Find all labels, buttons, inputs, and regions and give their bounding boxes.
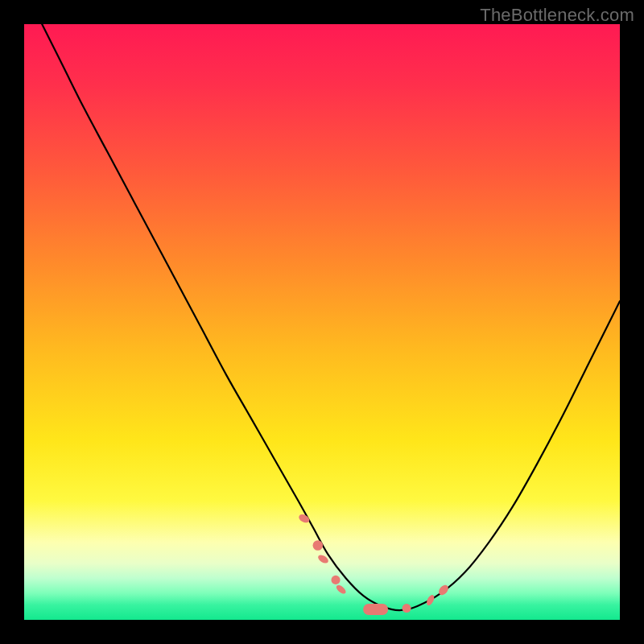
marker-dot [331,576,340,584]
chart-frame: TheBottleneck.com [0,0,644,644]
marker-capsule [363,604,388,615]
bottleneck-curve [42,24,620,610]
curve-markers [298,513,451,615]
marker-capsule [425,594,436,607]
marker-dot [402,604,411,613]
watermark-text: TheBottleneck.com [480,5,634,26]
marker-capsule [335,584,348,596]
plot-area [24,24,620,620]
marker-capsule [298,513,312,524]
chart-svg [24,24,620,620]
marker-dot [313,540,324,551]
